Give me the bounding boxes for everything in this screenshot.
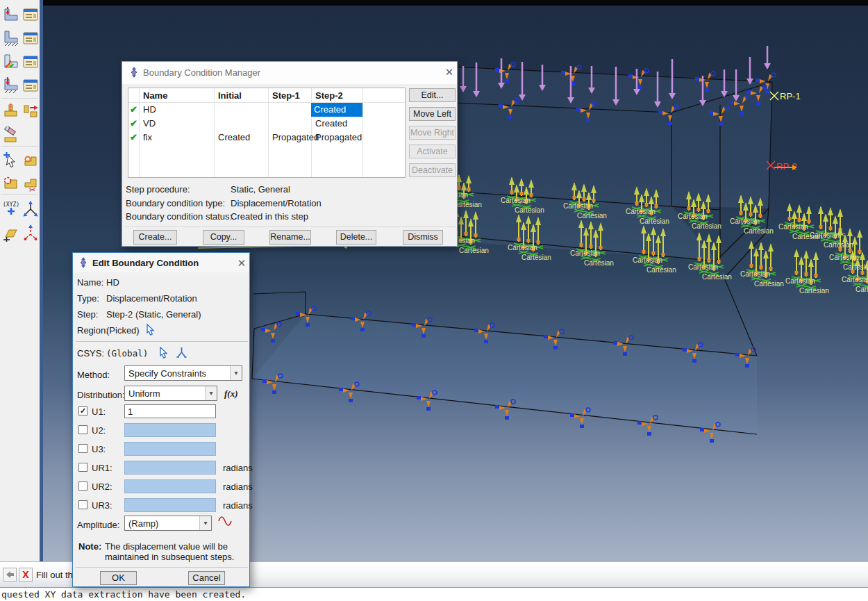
- predefined-field-manager-icon[interactable]: [22, 53, 40, 71]
- field-value: Step-2 (Static, General): [106, 309, 201, 320]
- chevron-down-icon: ▾: [199, 516, 211, 530]
- deactivate-button[interactable]: Deactivate: [409, 163, 456, 177]
- column-header: Step-2: [315, 90, 343, 101]
- create-fastener-icon[interactable]: [22, 151, 40, 170]
- table-cell[interactable]: Propagated: [272, 132, 319, 142]
- svg-text:Cartesian: Cartesian: [856, 286, 868, 293]
- create-predefined-field-icon[interactable]: [2, 53, 20, 71]
- create-amplitude-icon[interactable]: [217, 514, 234, 527]
- move-left-button[interactable]: Move Left: [409, 107, 456, 121]
- table-cell[interactable]: VD: [143, 118, 156, 129]
- rename-button[interactable]: Rename...: [269, 230, 311, 245]
- active-check-icon: ✔: [130, 118, 137, 129]
- create-load-icon[interactable]: [2, 6, 20, 24]
- prompt-text: Fill out the: [36, 570, 78, 580]
- svg-text:Cartesian: Cartesian: [799, 287, 829, 295]
- fx-create-expression-icon[interactable]: f(x): [224, 388, 238, 400]
- dof-label: UR2:: [92, 481, 112, 492]
- bcm-close-icon[interactable]: ✕: [443, 66, 456, 79]
- dof-input-u1[interactable]: 1: [124, 404, 216, 418]
- amplitude-value: (Ramp): [128, 518, 158, 529]
- boundary-condition-manager-icon[interactable]: [22, 29, 40, 47]
- checkbox-ur2[interactable]: [78, 481, 87, 491]
- create-load-case-icon[interactable]: [2, 76, 20, 94]
- datum-point-xyz-icon[interactable]: (XYZ): [2, 200, 20, 218]
- dof-label: UR3:: [92, 500, 112, 511]
- column-header: Step-1: [272, 90, 300, 101]
- checkbox-u2[interactable]: [78, 425, 87, 434]
- svg-text:Cartesian: Cartesian: [501, 197, 531, 204]
- bc-row-fix[interactable]: ✔fixCreatedPropagatedPropagated: [128, 131, 405, 145]
- svg-text:Cartesian: Cartesian: [688, 263, 718, 271]
- info-value: Displacement/Rotation: [231, 198, 322, 208]
- bc-table[interactable]: NameInitialStep-1Step-2✔HDCreated✔VDCrea…: [128, 88, 406, 178]
- bc-info-row: Boundary condition status:Created in thi…: [126, 211, 232, 222]
- datum-csys-icon[interactable]: [22, 200, 40, 218]
- type-row: Type:Displacement/Rotation: [73, 293, 249, 307]
- svg-text:Cartesian: Cartesian: [678, 213, 708, 220]
- region-pick-cursor-icon[interactable]: [146, 324, 158, 336]
- dof-label: U2:: [92, 425, 106, 436]
- table-cell[interactable]: Propagated: [315, 132, 362, 142]
- abaqus-cae-screen: ✂(XYZ) CartesianCartesianCartesianCartes…: [0, 0, 868, 601]
- step-row: Step:Step-2 (Static, General): [73, 309, 249, 323]
- prompt-back-button[interactable]: [3, 568, 17, 582]
- checkbox-u3[interactable]: [78, 444, 87, 453]
- delete-button[interactable]: Delete...: [336, 230, 376, 245]
- load-manager-icon[interactable]: [22, 6, 40, 24]
- datum-plane-icon[interactable]: [2, 224, 20, 242]
- svg-text:Cartesian: Cartesian: [754, 280, 784, 288]
- create-attachment-points-icon[interactable]: [2, 151, 20, 170]
- method-select[interactable]: Specify Constraints ▾: [124, 365, 242, 381]
- csys-pick-cursor-icon[interactable]: [159, 347, 171, 359]
- message-text: quested XY data extraction have been cre…: [1, 589, 246, 600]
- selected-cell[interactable]: Created: [311, 103, 362, 117]
- distribution-label: Distribution:: [77, 390, 125, 400]
- amplitude-select[interactable]: (Ramp) ▾: [124, 516, 212, 531]
- bc-row-VD[interactable]: ✔VDCreated: [128, 117, 405, 131]
- create-spring-dashpot-icon[interactable]: [2, 103, 20, 121]
- ebc-close-icon[interactable]: ✕: [235, 257, 248, 270]
- datum-axis-icon[interactable]: [22, 224, 40, 242]
- copy-button[interactable]: Copy...: [203, 230, 244, 245]
- distribution-select[interactable]: Uniform ▾: [124, 386, 217, 401]
- amplitude-label: Amplitude:: [77, 520, 119, 530]
- bcm-titlebar[interactable]: Boundary Condition Manager ✕: [122, 62, 457, 84]
- dof-row-ur3: UR3:radians: [73, 498, 249, 512]
- create-wire-feature-icon[interactable]: [2, 175, 20, 193]
- checkbox-ur3[interactable]: [78, 500, 87, 509]
- table-cell[interactable]: HD: [143, 104, 156, 115]
- create-boundary-condition-icon[interactable]: [2, 29, 20, 47]
- delete-feature-icon[interactable]: [2, 126, 20, 145]
- svg-text:Cartesian: Cartesian: [521, 254, 551, 261]
- table-cell[interactable]: Created: [218, 132, 250, 142]
- cancel-button[interactable]: Cancel: [188, 571, 225, 585]
- ebc-separator: [76, 341, 248, 342]
- bc-row-HD[interactable]: ✔HDCreated: [128, 103, 405, 117]
- create-button[interactable]: Create...: [133, 230, 177, 245]
- create-inertia-icon[interactable]: [22, 103, 40, 121]
- create-cut-icon[interactable]: ✂: [22, 175, 40, 193]
- note-text: The displacement value will be maintaine…: [105, 541, 241, 562]
- svg-text:Cartesian: Cartesian: [730, 217, 760, 225]
- prompt-cancel-button[interactable]: X: [19, 568, 33, 582]
- table-cell[interactable]: Created: [315, 118, 347, 129]
- dof-input-u3: [124, 442, 216, 456]
- load-case-manager-icon[interactable]: [22, 76, 40, 94]
- activate-button[interactable]: Activate: [409, 145, 456, 158]
- checkbox-ur1[interactable]: [78, 463, 87, 472]
- table-cell[interactable]: fix: [143, 132, 152, 142]
- checkbox-u1[interactable]: ✓: [78, 406, 87, 415]
- table-header: NameInitialStep-1Step-2: [128, 88, 405, 103]
- svg-text:Cartesian: Cartesian: [563, 202, 593, 210]
- move-right-button[interactable]: Move Right: [409, 126, 456, 140]
- edit-button[interactable]: Edit...: [409, 88, 456, 102]
- csys-datum-axes-icon[interactable]: [176, 347, 187, 359]
- ok-button[interactable]: OK: [100, 571, 137, 585]
- csys-value: (Global): [106, 348, 148, 359]
- dismiss-button[interactable]: Dismiss: [403, 230, 443, 245]
- field-label: Name:: [77, 277, 103, 288]
- ebc-titlebar[interactable]: Edit Boundary Condition ✕: [73, 253, 249, 272]
- name-row: Name:HD: [73, 277, 249, 291]
- ebc-separator: [76, 567, 248, 568]
